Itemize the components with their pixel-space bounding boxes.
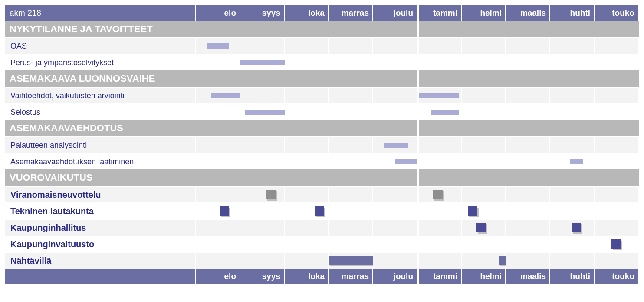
month-cell xyxy=(462,87,506,103)
month-cell xyxy=(417,136,462,153)
month-cell xyxy=(240,236,285,252)
month-cell xyxy=(196,186,240,202)
month-footer: huhti xyxy=(550,269,595,284)
section-cell xyxy=(506,21,550,37)
month-footer: touko xyxy=(595,269,639,284)
month-cell xyxy=(373,153,417,169)
month-cell xyxy=(196,37,240,54)
gantt-header-top: akm 218elosyyslokamarrasjoulutammihelmim… xyxy=(5,5,639,21)
month-cell xyxy=(550,236,595,252)
task-label: Perus- ja ympäristöselvitykset xyxy=(5,54,196,70)
month-cell xyxy=(462,37,506,54)
month-cell xyxy=(285,236,329,252)
task-row: Kaupunginhallitus xyxy=(5,219,639,236)
month-cell xyxy=(240,103,285,120)
month-cell xyxy=(550,202,595,219)
month-cell xyxy=(595,54,639,70)
month-cell xyxy=(550,136,595,153)
month-cell xyxy=(417,252,462,269)
gantt-chart: akm 218elosyyslokamarrasjoulutammihelmim… xyxy=(5,5,639,284)
section-cell xyxy=(329,169,373,186)
month-cell xyxy=(329,103,373,120)
task-label: OAS xyxy=(5,37,196,54)
section-cell xyxy=(462,169,506,186)
month-cell xyxy=(595,252,639,269)
task-label: Tekninen lautakunta xyxy=(5,202,196,219)
month-cell xyxy=(240,37,285,54)
month-cell xyxy=(196,236,240,252)
month-cell xyxy=(550,103,595,120)
month-footer: elo xyxy=(196,269,240,284)
task-label: Nähtävillä xyxy=(5,252,196,269)
section-header: VUOROVAIKUTUS xyxy=(5,169,639,186)
month-cell xyxy=(417,202,462,219)
month-cell xyxy=(595,136,639,153)
month-cell xyxy=(285,136,329,153)
milestone-marker xyxy=(433,190,443,199)
month-cell xyxy=(462,202,506,219)
month-cell xyxy=(196,202,240,219)
month-cell xyxy=(373,236,417,252)
task-row: Selostus xyxy=(5,103,639,120)
section-cell xyxy=(373,70,417,87)
gantt-bar xyxy=(419,93,459,98)
section-cell xyxy=(506,120,550,136)
month-header: marras xyxy=(329,5,373,21)
section-cell xyxy=(417,21,462,37)
section-cell xyxy=(329,120,373,136)
month-footer: syys xyxy=(240,269,285,284)
month-cell xyxy=(595,37,639,54)
month-cell xyxy=(550,186,595,202)
month-cell xyxy=(595,186,639,202)
milestone-marker xyxy=(572,223,581,232)
milestone-marker xyxy=(476,223,486,232)
month-cell xyxy=(373,54,417,70)
month-cell xyxy=(595,236,639,252)
month-cell xyxy=(196,103,240,120)
gantt-bar xyxy=(431,110,459,115)
month-footer: tammi xyxy=(417,269,462,284)
month-cell xyxy=(462,153,506,169)
task-row: Perus- ja ympäristöselvitykset xyxy=(5,54,639,70)
section-cell xyxy=(196,169,240,186)
task-label: Viranomaisneuvottelu xyxy=(5,186,196,202)
month-footer: maalis xyxy=(506,269,550,284)
task-label: Kaupunginvaltuusto xyxy=(5,236,196,252)
month-header: joulu xyxy=(373,5,417,21)
month-cell xyxy=(550,54,595,70)
month-cell xyxy=(550,252,595,269)
month-cell xyxy=(285,37,329,54)
month-cell xyxy=(506,87,550,103)
month-cell xyxy=(373,103,417,120)
task-row: Viranomaisneuvottelu xyxy=(5,186,639,202)
month-cell xyxy=(417,54,462,70)
section-cell xyxy=(506,169,550,186)
month-cell xyxy=(329,136,373,153)
month-cell xyxy=(506,252,550,269)
section-header: ASEMAKAAVA LUONNOSVAIHE xyxy=(5,70,639,87)
section-cell xyxy=(417,70,462,87)
section-cell xyxy=(417,120,462,136)
section-cell xyxy=(462,21,506,37)
month-cell xyxy=(373,87,417,103)
month-cell xyxy=(196,87,240,103)
month-cell xyxy=(285,202,329,219)
gantt-bar xyxy=(384,143,408,148)
month-cell xyxy=(462,252,506,269)
month-cell xyxy=(240,219,285,236)
milestone-marker xyxy=(611,239,621,249)
month-cell xyxy=(595,202,639,219)
month-cell xyxy=(506,186,550,202)
month-cell xyxy=(462,136,506,153)
month-cell xyxy=(329,236,373,252)
month-cell xyxy=(329,153,373,169)
month-cell xyxy=(462,236,506,252)
month-cell xyxy=(329,54,373,70)
month-cell xyxy=(285,153,329,169)
month-cell xyxy=(329,252,373,269)
month-cell xyxy=(240,252,285,269)
month-cell xyxy=(329,186,373,202)
month-cell xyxy=(506,153,550,169)
month-cell xyxy=(506,103,550,120)
month-cell xyxy=(506,37,550,54)
